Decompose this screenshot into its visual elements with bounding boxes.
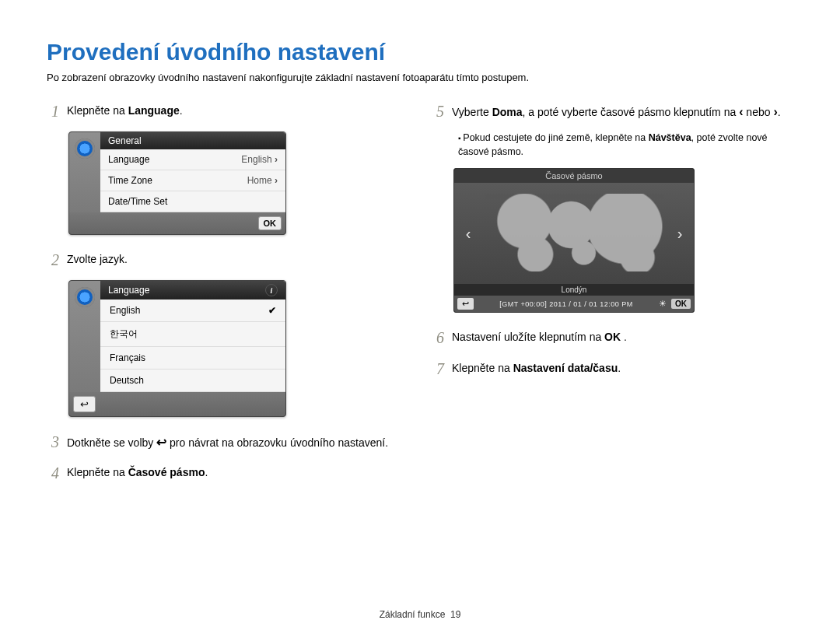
step-5: 5 Vyberte Doma, a poté vyberte časové pá…	[432, 100, 793, 122]
bullet-bold: Návštěva	[649, 132, 691, 143]
step-text: .	[621, 331, 627, 343]
step-text: Klepněte na	[67, 104, 128, 117]
device-timezone: Časové pásmo ‹ › Londýn ↩ [GMT +00:00] 2…	[453, 168, 695, 313]
step-text: Klepněte na	[452, 362, 513, 374]
row-datetime[interactable]: Date/Time Set	[100, 191, 285, 212]
step-bold: Doma	[492, 106, 523, 118]
info-icon[interactable]: i	[265, 284, 278, 296]
row-label: Language	[108, 154, 149, 165]
row-timezone[interactable]: Time Zone Home	[100, 170, 285, 191]
tz-left-arrow[interactable]: ‹	[459, 225, 478, 243]
check-icon	[268, 305, 276, 316]
step-text: Dotkněte se volby	[67, 436, 156, 449]
step-text: .	[618, 362, 621, 374]
step-text: .	[180, 104, 183, 117]
ok-inline-icon: OK	[604, 331, 621, 343]
step-text: Vyberte	[452, 106, 492, 118]
step-number: 5	[432, 100, 444, 122]
step-number: 1	[47, 100, 59, 122]
page-footer: Základní funkce 19	[0, 609, 840, 620]
tz-header: Časové pásmo	[454, 169, 694, 183]
step-text: Klepněte na	[67, 466, 128, 478]
tz-back-button[interactable]: ↩	[457, 298, 474, 310]
back-button[interactable]: ↩	[73, 396, 96, 412]
step-number: 4	[47, 462, 59, 484]
device-language-list: Language i English 한국어 Français Deutsch	[68, 280, 286, 417]
lang-korean[interactable]: 한국어	[100, 322, 285, 347]
step-3: 3 Dotkněte se volby pro návrat na obrazo…	[47, 431, 408, 453]
step-text: , a poté vyberte časové pásmo klepnutím …	[523, 106, 740, 118]
dst-icon[interactable]: ☀	[659, 299, 667, 309]
header-label: Language	[108, 285, 149, 296]
footer-label: Základní funkce	[380, 609, 446, 620]
step-text: .	[778, 106, 781, 118]
device-general-settings: General Language English Time Zone Home …	[68, 131, 286, 235]
step-number: 2	[47, 249, 59, 271]
lang-deutsch[interactable]: Deutsch	[100, 370, 285, 392]
step-6: 6 Nastavení uložíte klepnutím na OK .	[432, 327, 793, 349]
lang-label: Deutsch	[110, 375, 144, 386]
lang-francais[interactable]: Français	[100, 347, 285, 370]
step-4: 4 Klepněte na Časové pásmo.	[47, 462, 408, 484]
row-language[interactable]: Language English	[100, 149, 285, 170]
lang-label: 한국어	[110, 328, 138, 341]
tz-ok-button[interactable]: OK	[671, 299, 691, 309]
step-text: Zvolte jazyk.	[67, 249, 128, 268]
device-header: General	[100, 132, 285, 149]
lang-label: Français	[110, 352, 145, 363]
step-bold: Časové pásmo	[128, 466, 205, 478]
row-label: Time Zone	[108, 175, 152, 186]
row-label: Date/Time Set	[108, 196, 167, 207]
step-number: 7	[432, 358, 444, 380]
step-2: 2 Zvolte jazyk.	[47, 249, 408, 271]
step-text: nebo	[743, 106, 773, 118]
step-7: 7 Klepněte na Nastavení data/času.	[432, 358, 793, 380]
step-text: Nastavení uložíte klepnutím na	[452, 331, 604, 343]
ok-button[interactable]: OK	[258, 216, 282, 230]
row-value: Home	[247, 175, 278, 186]
tz-right-arrow[interactable]: ›	[670, 225, 689, 243]
gear-icon	[75, 287, 95, 307]
step-5-bullet: Pokud cestujete do jiné země, klepněte n…	[458, 131, 793, 159]
tz-gmt-label: [GMT +00:00] 2011 / 01 / 01 12:00 PM	[478, 300, 654, 308]
row-value: English	[241, 154, 278, 165]
page-subtitle: Po zobrazení obrazovky úvodního nastaven…	[47, 72, 793, 83]
bullet-text: Pokud cestujete do jiné země, klepněte n…	[463, 132, 648, 143]
gear-icon	[75, 138, 95, 159]
footer-page: 19	[450, 609, 460, 620]
lang-english[interactable]: English	[100, 299, 285, 322]
step-bold: Nastavení data/času	[513, 362, 618, 374]
tz-city: Londýn	[454, 284, 694, 296]
step-text: pro návrat na obrazovku úvodního nastave…	[166, 436, 388, 449]
step-bold: Language	[128, 104, 180, 117]
world-map-icon	[485, 194, 664, 271]
device-header: Language i	[100, 281, 285, 299]
tz-map: ‹ ›	[454, 183, 694, 284]
page-title: Provedení úvodního nastavení	[47, 39, 793, 65]
step-text: .	[205, 466, 208, 478]
lang-label: English	[110, 305, 140, 316]
return-icon	[156, 436, 166, 449]
step-number: 3	[47, 431, 59, 453]
device-sidebar	[69, 132, 100, 212]
step-number: 6	[432, 327, 444, 349]
step-1: 1 Klepněte na Language.	[47, 100, 408, 122]
device-sidebar	[69, 281, 100, 392]
